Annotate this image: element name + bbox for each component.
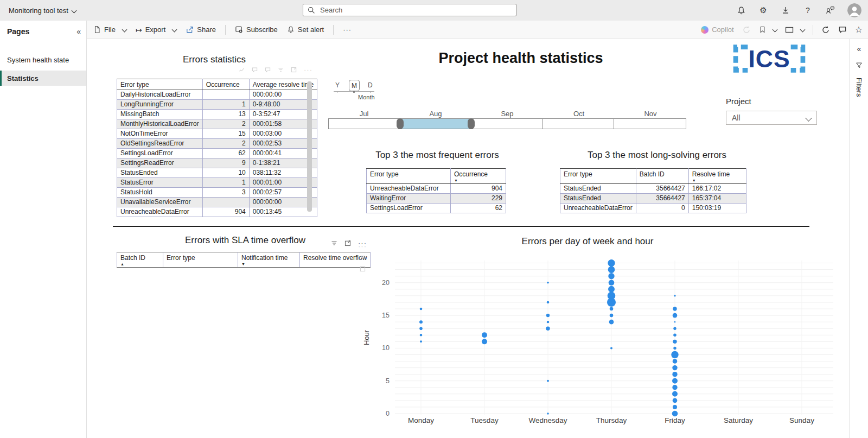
table-row[interactable]: StatusEnded10038:11:32 [117, 168, 317, 178]
filter-icon[interactable] [278, 67, 284, 73]
column-header[interactable]: Batch ID [636, 169, 688, 184]
table-row[interactable]: WaitingError229 [367, 194, 506, 204]
data-point[interactable] [419, 320, 423, 323]
workspace-switcher[interactable]: Monitoring tool test [9, 0, 76, 21]
table-row[interactable]: NotOnTimeError15000:03:00 [117, 129, 317, 139]
help-icon[interactable]: ? [803, 5, 813, 15]
data-point[interactable] [672, 411, 678, 417]
column-header[interactable]: Error type [560, 169, 636, 184]
data-point[interactable] [672, 372, 677, 377]
data-point[interactable] [609, 320, 614, 325]
table-row[interactable]: MissingBatch130-3:52:47 [117, 110, 317, 119]
copy-icon[interactable] [265, 67, 271, 73]
account-avatar[interactable] [847, 3, 861, 17]
data-point[interactable] [547, 282, 549, 284]
data-point[interactable] [610, 347, 612, 349]
grain-month-selected[interactable]: M [349, 80, 360, 91]
selected-range[interactable] [400, 119, 471, 129]
left-range-handle[interactable] [397, 118, 404, 129]
notifications-bell-icon[interactable] [736, 5, 746, 15]
column-header[interactable]: Error type [163, 252, 238, 268]
data-point[interactable] [673, 359, 678, 364]
data-point[interactable] [547, 412, 549, 415]
data-point[interactable] [547, 301, 550, 304]
column-header[interactable]: Occurrence▼ [451, 169, 506, 184]
table-row[interactable]: SettingsLoadError62 [367, 204, 506, 213]
share-button[interactable]: Share [186, 26, 216, 34]
data-point[interactable] [420, 340, 422, 342]
data-point[interactable] [608, 266, 615, 273]
search-input[interactable] [319, 5, 484, 15]
data-point[interactable] [672, 365, 677, 370]
data-point[interactable] [419, 327, 423, 330]
column-header[interactable]: Error type [367, 169, 451, 184]
table-row[interactable]: StatusError1000:01:00 [117, 178, 317, 188]
column-header[interactable]: Occurrence [202, 79, 249, 90]
focus-mode-icon[interactable] [344, 240, 351, 246]
data-point[interactable] [673, 398, 678, 403]
more-options-icon[interactable]: ··· [343, 27, 352, 33]
data-point[interactable] [674, 295, 675, 296]
grain-year[interactable]: Y [335, 81, 340, 89]
right-range-handle[interactable] [468, 118, 475, 129]
file-menu[interactable]: File [93, 26, 126, 34]
data-point[interactable] [672, 385, 677, 390]
month-cell-nov[interactable] [614, 119, 686, 129]
settings-gear-icon[interactable]: ⚙ [758, 5, 768, 15]
data-point[interactable] [547, 321, 549, 323]
data-point[interactable] [482, 339, 487, 344]
table-row[interactable]: OldSettingsReadError2000:02:53 [117, 139, 317, 149]
more-options-icon[interactable]: ··· [304, 67, 312, 73]
column-header[interactable]: Error type [117, 79, 203, 90]
data-point[interactable] [420, 308, 423, 310]
project-dropdown[interactable]: All [726, 111, 817, 125]
column-header[interactable]: Resolve time▼ [688, 169, 746, 184]
table-row[interactable]: UnreacheableDataError904 [367, 184, 506, 194]
data-point[interactable] [671, 351, 678, 358]
table-row[interactable]: UnreacheableDataError904000:13:45 [117, 207, 317, 217]
data-point[interactable] [546, 314, 550, 317]
copilot-button[interactable]: Copilot [701, 26, 733, 34]
table-row[interactable]: DailyHistoricalLoadError000:00:00 [117, 90, 317, 100]
data-point[interactable] [482, 332, 487, 338]
month-range-slicer[interactable] [328, 118, 686, 129]
data-point[interactable] [609, 280, 615, 286]
data-point[interactable] [610, 314, 614, 318]
bookmarks-menu[interactable] [759, 26, 777, 34]
data-point[interactable] [673, 327, 676, 330]
collapse-pages-icon[interactable]: « [76, 27, 81, 36]
comment-icon[interactable] [252, 67, 258, 73]
table-row[interactable]: SettingsReadError90-1:38:21 [117, 158, 317, 168]
column-header[interactable]: Notification time▼ [238, 252, 300, 268]
view-menu[interactable] [785, 26, 805, 34]
table-row[interactable]: SettingsLoadError62000:00:41 [117, 149, 317, 158]
data-point[interactable] [672, 378, 678, 384]
column-header[interactable]: Batch ID▲ [117, 252, 163, 268]
data-point[interactable] [672, 391, 678, 397]
table-row[interactable]: StatusHold3000:02:57 [117, 188, 317, 198]
data-point[interactable] [673, 313, 678, 318]
comments-button[interactable] [838, 26, 847, 34]
chat-icon[interactable] [239, 67, 245, 73]
table-scrollbar[interactable] [307, 81, 312, 212]
table-row[interactable]: UnavailableServiceError000:00:00 [117, 198, 317, 207]
export-menu[interactable]: ↦ Export [136, 26, 176, 34]
table-row[interactable]: UnreacheableDataError0150:03:19 [560, 204, 746, 213]
favorite-star-icon[interactable]: ☆ [855, 24, 863, 35]
data-point[interactable] [673, 307, 676, 310]
search-box[interactable] [303, 4, 516, 16]
data-point[interactable] [546, 327, 550, 331]
data-point[interactable] [608, 259, 615, 266]
sidebar-item-system-health-state[interactable]: System health state [0, 52, 86, 67]
data-point[interactable] [673, 347, 676, 350]
feedback-icon[interactable] [825, 5, 835, 15]
month-cell-oct[interactable] [543, 119, 615, 129]
data-point[interactable] [673, 333, 676, 337]
data-point[interactable] [547, 380, 549, 382]
data-point[interactable] [674, 321, 676, 323]
data-point[interactable] [610, 307, 614, 311]
download-icon[interactable] [781, 5, 790, 15]
focus-mode-icon[interactable] [291, 67, 297, 73]
subscribe-button[interactable]: Subscribe [235, 26, 278, 34]
table-row[interactable]: LongRunningError10-9:48:00 [117, 100, 317, 110]
